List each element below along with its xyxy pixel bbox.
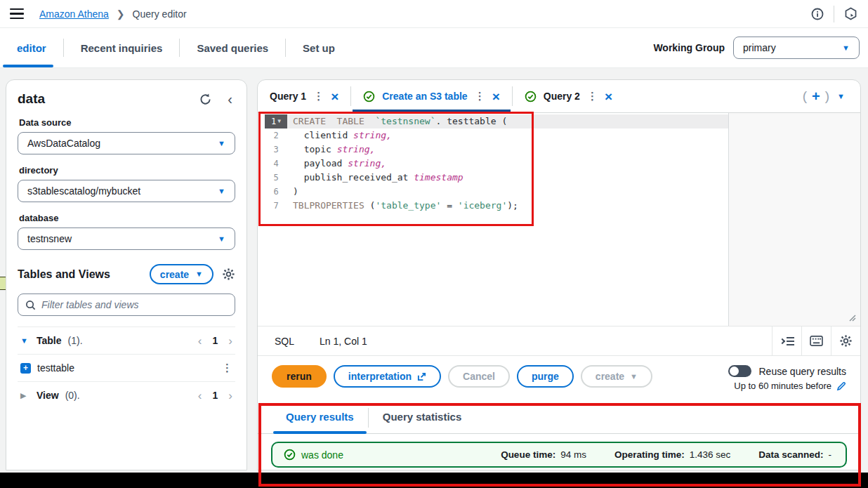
kebab-menu-icon[interactable]: ⋮: [313, 90, 324, 103]
query-tab-1[interactable]: Query 1 ⋮ ×: [258, 80, 350, 112]
rerun-button[interactable]: rerun: [272, 365, 327, 388]
kebab-menu-icon[interactable]: ⋮: [222, 362, 232, 374]
tables-and-views-title: Tables and Views: [18, 268, 141, 281]
tab-set-up[interactable]: Set up: [286, 28, 352, 67]
tab-query-results[interactable]: Query results: [272, 411, 368, 433]
results-tab-bar: Query results Query statistics: [258, 404, 860, 434]
query-tab-2[interactable]: Query 2 ⋮ ×: [513, 80, 624, 112]
kebab-menu-icon[interactable]: ⋮: [587, 90, 598, 103]
search-icon: [25, 300, 36, 310]
triangle-down-icon[interactable]: ▼: [20, 336, 30, 345]
tab-editor[interactable]: editor: [0, 28, 63, 67]
refresh-icon[interactable]: [199, 93, 212, 106]
topbar-divider: [834, 6, 834, 22]
line-number: 5: [265, 171, 287, 185]
breadcrumb-current-page: Query editor: [133, 8, 187, 20]
resize-handle-icon[interactable]: [848, 313, 856, 322]
bottom-black-bar: [0, 473, 868, 488]
purge-button[interactable]: purge: [517, 365, 574, 388]
query-tab-bar: Query 1 ⋮ × Create an S3 table ⋮ × Query…: [258, 80, 860, 113]
status-message: was done: [301, 449, 343, 461]
format-query-icon[interactable]: [772, 327, 801, 355]
code-pane: 1▼ CREATE TABLE `testnsnew`. testtable (…: [258, 113, 729, 326]
chevron-left-icon[interactable]: ‹: [198, 335, 202, 347]
line-number: 7: [265, 199, 287, 213]
external-link-icon: [417, 372, 426, 381]
directory-select[interactable]: s3tablescatalog/mybucket ▼: [18, 180, 235, 202]
chevron-right-icon[interactable]: ›: [228, 335, 232, 347]
action-bar: rerun interpretation Cancel purge create…: [258, 356, 860, 397]
line-number: 3: [265, 143, 287, 157]
content-area: data ‹ Data source AwsDataCatalog ▼ dire…: [0, 68, 868, 473]
gear-icon[interactable]: [222, 268, 235, 281]
create-button[interactable]: create ▼: [150, 264, 213, 284]
query-tab-create-s3-table[interactable]: Create an S3 table ⋮ ×: [351, 80, 512, 112]
database-label: database: [19, 213, 234, 223]
tab-recent-inquiries[interactable]: Recent inquiries: [64, 28, 180, 67]
line-number: 4: [265, 157, 287, 171]
keyboard-shortcuts-icon[interactable]: [801, 327, 831, 355]
check-circle-icon: [284, 449, 296, 461]
table-row-testtable[interactable]: + testtable ⋮: [18, 354, 235, 381]
database-select[interactable]: testnsnew ▼: [18, 227, 235, 250]
info-icon[interactable]: [810, 6, 825, 22]
gear-icon[interactable]: [831, 327, 860, 355]
reuse-query-results-toggle[interactable]: [728, 365, 751, 377]
chevron-right-icon[interactable]: ›: [228, 390, 232, 402]
line-number: 1▼: [265, 114, 287, 128]
page-number: 1: [213, 390, 218, 401]
view-group-row[interactable]: ▶ View (0). ‹ 1 ›: [18, 381, 235, 409]
caret-down-icon: ▼: [218, 235, 225, 243]
table-plus-icon: +: [20, 363, 31, 374]
nav-tab-bar: editor Recent inquiries Saved queries Se…: [0, 28, 868, 68]
metric-data-scanned: Data scanned: -: [758, 449, 831, 460]
caret-down-icon: ▼: [630, 372, 638, 381]
close-icon[interactable]: ×: [605, 90, 612, 103]
check-circle-icon: [525, 91, 537, 103]
kebab-menu-icon[interactable]: ⋮: [475, 90, 485, 103]
page-number: 1: [213, 335, 218, 346]
sql-code-editor[interactable]: 1▼ CREATE TABLE `testnsnew`. testtable (…: [258, 113, 860, 326]
close-icon[interactable]: ×: [492, 90, 500, 103]
reuse-toggle-label: Reuse query results: [758, 366, 846, 377]
top-bar: Amazon Athena ❯ Query editor: [0, 0, 868, 28]
editor-side-panel: [728, 113, 860, 326]
working-group-select[interactable]: primary ▼: [733, 37, 860, 59]
interpretation-button[interactable]: interpretation: [334, 365, 441, 388]
close-icon[interactable]: ×: [331, 90, 338, 103]
collapse-panel-icon[interactable]: ‹: [228, 92, 232, 106]
cancel-button[interactable]: Cancel: [448, 365, 510, 388]
hamburger-menu-icon[interactable]: [10, 8, 24, 20]
create-dropdown-button[interactable]: create ▼: [581, 365, 652, 388]
query-status-banner: was done Queue time: 94 ms Operating tim…: [271, 442, 847, 468]
chevron-left-icon[interactable]: ‹: [198, 390, 202, 402]
line-number: 2: [265, 128, 287, 143]
data-source-label: Data source: [19, 117, 234, 128]
breadcrumb-app-link[interactable]: Amazon Athena: [39, 8, 109, 20]
caret-down-icon: ▼: [218, 187, 225, 195]
editor-status-bar: SQL Ln 1, Col 1: [258, 326, 860, 356]
check-circle-icon: [363, 91, 375, 103]
hexagon-badge-icon[interactable]: [843, 6, 858, 22]
filter-tables-input[interactable]: Filter tables and views: [18, 294, 235, 316]
caret-down-icon[interactable]: ▼: [837, 93, 845, 100]
filter-placeholder: Filter tables and views: [41, 299, 139, 310]
data-panel: data ‹ Data source AwsDataCatalog ▼ dire…: [6, 79, 247, 470]
tab-saved-queries[interactable]: Saved queries: [180, 28, 285, 67]
cursor-position: Ln 1, Col 1: [320, 336, 367, 347]
working-group-label: Working Group: [653, 42, 725, 53]
data-source-select[interactable]: AwsDataCatalog ▼: [18, 132, 235, 154]
table-name: testtable: [37, 362, 74, 374]
caret-down-icon: ▼: [195, 270, 203, 278]
line-number: 6: [265, 185, 287, 199]
triangle-right-icon[interactable]: ▶: [20, 391, 30, 400]
tab-query-statistics[interactable]: Query statistics: [369, 411, 476, 433]
data-panel-title: data: [18, 91, 199, 107]
fold-icon[interactable]: ▼: [277, 114, 281, 128]
language-label: SQL: [275, 336, 294, 347]
edit-pencil-icon[interactable]: [836, 381, 846, 391]
caret-down-icon: ▼: [218, 140, 225, 147]
add-query-button[interactable]: +: [812, 89, 820, 103]
metric-operating-time: Operating time: 1.436 sec: [614, 449, 730, 460]
table-group-row[interactable]: ▼ Table (1). ‹ 1 ›: [18, 327, 235, 354]
